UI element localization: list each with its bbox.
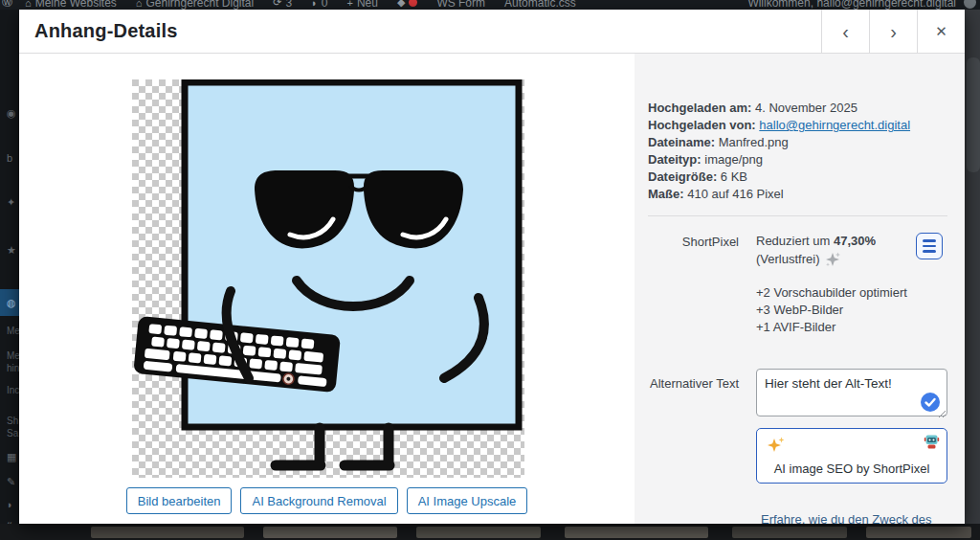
filetype-label: Dateityp: (648, 152, 702, 167)
new-content-menu[interactable]: + Neu (340, 0, 384, 10)
notification-badge (409, 0, 417, 7)
ai-image-upscale-button[interactable]: AI Image Upscale (407, 487, 528, 514)
dimmed-page-element (416, 527, 541, 538)
form-notifications-menu[interactable]: ◆ (390, 0, 424, 9)
shortpixel-status: Reduziert um 47,30% (Verlustfrei) (756, 233, 947, 336)
filetype-value: image/png (704, 152, 763, 167)
ai-image-seo-button[interactable]: AI image SEO by ShortPixel (756, 428, 947, 484)
dimmed-page-element (565, 527, 708, 538)
sidebar-active-icon: ◍ (7, 298, 16, 308)
shortpixel-stats: +2 Vorschaubilder optimiert +3 WebP-Bild… (756, 284, 947, 336)
dimensions-label: Maße: (648, 187, 684, 201)
modal-body: Bild bearbeiten AI Background Removal AI… (19, 54, 965, 524)
sidebar-item-icon[interactable]: ◗ (7, 500, 13, 510)
automatic-css-menu[interactable]: Automatic.css (498, 0, 583, 10)
form-icon: ◆ (397, 0, 405, 9)
uploaded-by-row: Hochgeladen von: hallo@gehirngerecht.dig… (648, 117, 947, 134)
dimmed-page-element (91, 527, 244, 538)
dimmed-overlay (965, 10, 980, 524)
sidebar-label-fragment: hin (7, 363, 19, 373)
my-sites-label: Meine Websites (35, 0, 117, 10)
my-sites-icon: ⌂ (25, 0, 32, 9)
attachment-preview-image (132, 79, 524, 478)
sidebar-label-fragment[interactable]: Me (7, 350, 19, 361)
uploaded-on-row: Hochgeladen am: 4. November 2025 (648, 100, 947, 117)
close-button[interactable]: ✕ (917, 10, 965, 53)
sidebar-item-active[interactable]: ◍ (0, 289, 19, 316)
comments-count: 0 (322, 0, 328, 10)
alt-text-section: Alternativer Text Hier steht der Alt-Tex… (648, 369, 947, 419)
alt-text-input[interactable]: Hier steht der Alt-Text! (756, 369, 947, 416)
dimmed-page-content (0, 524, 980, 540)
updates-icon: ⟳ (273, 0, 281, 9)
hamburger-icon (923, 250, 936, 253)
sidebar-label-fragment: Sa (7, 428, 18, 439)
uploaded-on-value: 4. November 2025 (755, 101, 858, 115)
plus-icon: + (346, 0, 352, 9)
filename-label: Dateiname: (648, 135, 715, 149)
shortpixel-section: ShortPixel Reduziert um 47,30% (Verlustf… (648, 233, 947, 336)
learn-more-link[interactable]: Erfahre, wie du den Zweck des (761, 512, 931, 524)
sidebar-item-icon[interactable]: ✎ (7, 477, 15, 487)
preview-actions: Bild bearbeiten AI Background Removal AI… (19, 487, 635, 514)
sidebar-item-icon[interactable]: ▦ (7, 452, 16, 462)
wp-admin-bar: Ⓦ ⌂ Meine Websites ⌂ Gehirngerecht Digit… (0, 0, 980, 10)
wordpress-logo-icon[interactable]: Ⓦ (2, 0, 12, 10)
sparkle-icon (823, 250, 842, 269)
site-name-label: Gehirngerecht Digital (145, 0, 254, 10)
comments-icon: ◗ (311, 0, 318, 9)
modal-header: Anhang-Details ‹ › ✕ (19, 10, 965, 54)
screen: Ⓦ ⌂ Meine Websites ⌂ Gehirngerecht Digit… (0, 0, 980, 540)
new-label: Neu (357, 0, 378, 10)
uploaded-on-label: Hochgeladen am: (648, 101, 751, 115)
sidebar-label-fragment[interactable]: Sh (7, 416, 18, 426)
my-sites-menu[interactable]: ⌂ Meine Websites (18, 0, 123, 10)
alt-text-field-wrap: Hier steht der Alt-Text! (756, 369, 947, 419)
dimmed-page-element (732, 527, 847, 538)
sidebar-item-icon[interactable]: b (7, 153, 12, 164)
divider (648, 215, 947, 216)
sidebar-item-icon[interactable]: ✦ (7, 197, 15, 208)
image-preview-pane: Bild bearbeiten AI Background Removal AI… (19, 54, 635, 524)
comments-menu[interactable]: ◗ 0 (304, 0, 334, 10)
uploader-link[interactable]: hallo@gehirngerecht.digital (759, 118, 910, 132)
dimmed-page-element (866, 527, 971, 538)
dimmed-page-element (967, 57, 980, 172)
filesize-label: Dateigröße: (648, 169, 717, 184)
avatar[interactable] (964, 0, 976, 9)
resize-handle-icon[interactable] (937, 409, 947, 418)
account-menu[interactable]: Willkommen, hallo@gehirngerecht.digital (747, 0, 956, 10)
alt-text-label: Alternativer Text (648, 369, 739, 419)
filename-row: Dateiname: Manfred.png (648, 134, 947, 151)
sidebar-label-fragment[interactable]: Me (7, 326, 19, 336)
filename-value: Manfred.png (719, 135, 789, 149)
reduction-prefix: Reduziert um (756, 234, 830, 248)
shortpixel-menu-button[interactable] (916, 233, 943, 259)
dimensions-value: 410 auf 416 Pixel (687, 187, 783, 201)
webp-images-stat: +3 WebP-Bilder (756, 302, 947, 319)
next-attachment-button[interactable]: › (869, 10, 917, 53)
previous-attachment-button[interactable]: ‹ (821, 10, 869, 53)
sidebar-item-icon[interactable]: ★ (7, 245, 16, 256)
shortpixel-label: ShortPixel (648, 233, 739, 336)
hamburger-icon (923, 239, 936, 242)
site-menu[interactable]: ⌂ Gehirngerecht Digital (129, 0, 260, 10)
edit-image-button[interactable]: Bild bearbeiten (126, 487, 233, 514)
hamburger-icon (923, 245, 936, 248)
avif-images-stat: +1 AVIF-Bilder (756, 319, 947, 336)
wp-admin-sidebar: ◉ b ✦ ★ ◍ Me Me hin Inc Sh Sa ▦ ✎ ◗ ❝ ◉ (0, 10, 19, 540)
attachment-details-modal: Anhang-Details ‹ › ✕ (19, 10, 965, 524)
dimensions-row: Maße: 410 auf 416 Pixel (648, 186, 947, 203)
lossless-label: (Verlustfrei) (756, 250, 819, 269)
ws-form-menu[interactable]: WS Form (430, 0, 492, 10)
ws-form-label: WS Form (436, 0, 485, 10)
updates-menu[interactable]: ⟳ 3 (266, 0, 299, 10)
ai-box-label: AI image SEO by ShortPixel (757, 461, 947, 476)
file-details: Hochgeladen am: 4. November 2025 Hochgel… (648, 100, 947, 203)
sidebar-label-fragment[interactable]: Inc (7, 385, 19, 395)
sidebar-item-icon[interactable]: ◉ (7, 108, 16, 119)
gold-sparkles-icon (766, 435, 787, 456)
updates-count: 3 (285, 0, 292, 10)
reduction-value: 47,30% (834, 234, 876, 248)
ai-background-removal-button[interactable]: AI Background Removal (240, 487, 397, 514)
